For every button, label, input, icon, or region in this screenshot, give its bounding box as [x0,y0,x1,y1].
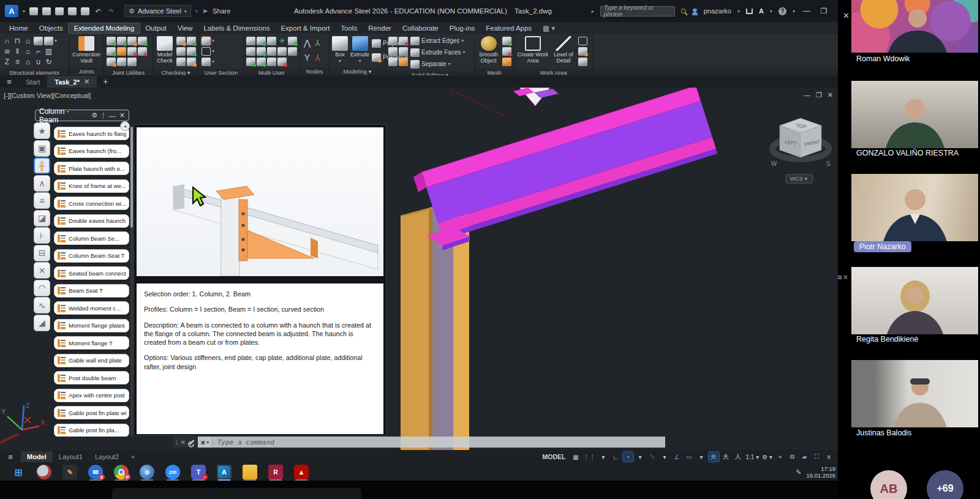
category-apex[interactable]: ∧ [34,175,50,192]
corner-beam-icon[interactable]: ⊓ [13,36,22,46]
viewcube-south[interactable]: S [826,160,831,167]
annotation-scale-person-icon[interactable]: 人 [733,452,744,462]
joint-list-item[interactable]: Moment flange T [54,336,129,350]
check-steel-icon[interactable] [176,58,186,66]
autodesk-mark-icon[interactable]: A [759,7,764,15]
category-column-beam[interactable]: ╫ [34,157,50,174]
mail-app-icon[interactable]: ✉6 [88,465,103,479]
separate-button[interactable]: Separate ▾ [410,59,466,69]
command-close-icon[interactable]: ✕ [181,439,186,446]
drawing-tabs-menu-icon[interactable]: ≡ [0,77,18,86]
joint-list-item[interactable]: Beam Seat T [54,284,129,298]
house-filled-icon[interactable]: ⌂ [23,47,32,56]
category-bracing[interactable]: ✕ [34,262,50,279]
joint-add-icon[interactable] [107,37,116,45]
columns-icon[interactable]: ‖ [13,47,22,56]
tab-start[interactable]: Start [18,77,47,88]
tab-objects[interactable]: Objects [34,23,69,33]
robot-structural-icon[interactable]: R [268,465,283,479]
joint-insert-icon[interactable] [117,58,126,66]
osnap-icon[interactable]: ▭ [684,452,695,462]
new-file-icon[interactable] [29,7,38,15]
signed-in-user[interactable]: pnazarko [704,7,731,15]
mu-reserve-icon[interactable] [257,37,266,45]
participant-video[interactable] [851,0,978,53]
user-menu-caret-icon[interactable]: ▾ [737,9,740,14]
redo-icon[interactable]: ↷ [107,7,115,15]
node-add-icon[interactable]: ⅄ [313,38,322,48]
smooth-more-icon[interactable] [502,37,511,45]
new-layout-icon[interactable]: + [125,451,141,462]
mu-master-icon[interactable] [277,47,287,56]
app-menu-caret-icon[interactable]: ▾ [23,9,25,14]
close-tab-icon[interactable]: ✕ [84,78,89,86]
vp-minimize-icon[interactable]: — [804,91,810,99]
model-check-button[interactable]: Model Check [156,36,174,64]
mu-refresh-icon[interactable] [267,58,276,66]
category-base-plates[interactable]: ▣ [34,140,50,157]
box-button[interactable]: Box ▾ [332,36,348,64]
search-input[interactable]: Type a keyword or phrase [600,6,675,17]
create-work-area-button[interactable]: Create Work Area [517,36,549,64]
joint-update-icon[interactable] [107,58,116,66]
vp-restore-icon[interactable]: ❐ [816,91,822,99]
joint-list-item[interactable]: Gable post fin pla... [54,424,129,437]
tab-labels-dimensions[interactable]: Labels & Dimensions [198,23,275,33]
mu-user-add-icon[interactable] [288,37,297,45]
section-behavior-icon[interactable] [202,37,211,45]
joint-remove-icon[interactable] [138,47,147,56]
display-check-icon[interactable] [187,58,196,66]
snap-mode-icon[interactable]: ⋮⋮ [583,452,597,462]
customization-plus-icon[interactable]: ＋ [775,452,785,462]
viewcube-west[interactable]: W [771,160,777,167]
osnap-tracking-icon[interactable]: ∠ [672,452,682,462]
joint-list-item[interactable]: Seated beam connection [54,266,129,280]
qat-overflow-icon[interactable]: ▿ [195,9,198,14]
joint-copy-icon[interactable] [107,47,116,56]
joint-transfer-icon[interactable] [127,37,137,45]
tab-layout2[interactable]: Layout2 [89,451,125,462]
joint-list-item[interactable]: Eaves haunch to flange [54,127,129,140]
check-database-icon[interactable] [176,47,186,56]
extrude-button[interactable]: Extrude ▾ [350,36,369,64]
app-menu-button[interactable]: A [5,5,18,17]
ortho-mode-icon[interactable]: ∟ [611,452,621,462]
layout-menu-icon[interactable]: ≡ [0,452,21,462]
ribbon-display-toggle-icon[interactable]: ▩ ▾ [537,23,560,34]
palette-scrollbar[interactable] [130,127,133,437]
annotation-scale-value[interactable]: 1:1 ▾ [745,452,760,462]
slice-icon[interactable] [399,47,408,56]
share-button[interactable]: Share [213,7,230,15]
joint-list-item[interactable]: Gable post fin plate wi... [54,406,129,419]
participant-initials-avatar[interactable]: AB [870,470,907,499]
tab-home[interactable]: Home [4,23,34,33]
tab-task2[interactable]: Task_2* ✕ [47,76,97,88]
mu-upload-icon[interactable] [267,47,276,56]
overflow-participants-avatar[interactable]: +69 [927,470,963,499]
isolate-objects-icon[interactable]: ⧉ [787,452,797,462]
new-drawing-icon[interactable]: + [97,77,114,88]
smooth-object-button[interactable]: Smooth Object [477,36,500,64]
autoscale-icon[interactable]: 夫 [721,452,731,462]
beam-z-icon[interactable]: Z [2,57,12,67]
save-icon[interactable] [55,7,64,15]
joint-search-icon[interactable] [138,37,147,45]
section-corner-icon[interactable] [202,58,211,66]
mu-release-icon[interactable] [246,47,255,56]
viewcube[interactable]: N W S TOP LEFT FRONT WCS ▾ [767,111,835,186]
beam-magenta[interactable] [413,88,717,250]
mu-stop-icon[interactable] [277,58,287,66]
clean-screen-icon[interactable]: ⛶ [812,452,822,462]
joint-list-item[interactable]: Post double beam [54,371,129,385]
popout-icon[interactable]: ⧉ ✕ [838,274,848,281]
structural-more-icon[interactable]: ▾ [55,38,57,43]
clash-check-icon[interactable] [176,37,186,45]
shed-icon[interactable]: ⌂ [23,57,32,67]
search-expand-icon[interactable]: ▸ [592,9,594,14]
globe-app-icon[interactable]: ⊕ [140,465,154,479]
beam-flat-icon[interactable]: ≡ [13,57,22,67]
node-delete-icon[interactable]: ⅄ [313,53,322,62]
mu-network-icon[interactable]: ✳ [277,36,287,46]
joint-list-item[interactable]: Gable wall end plate [54,354,129,367]
joint-list-item[interactable]: Apex with centre post [54,389,129,402]
